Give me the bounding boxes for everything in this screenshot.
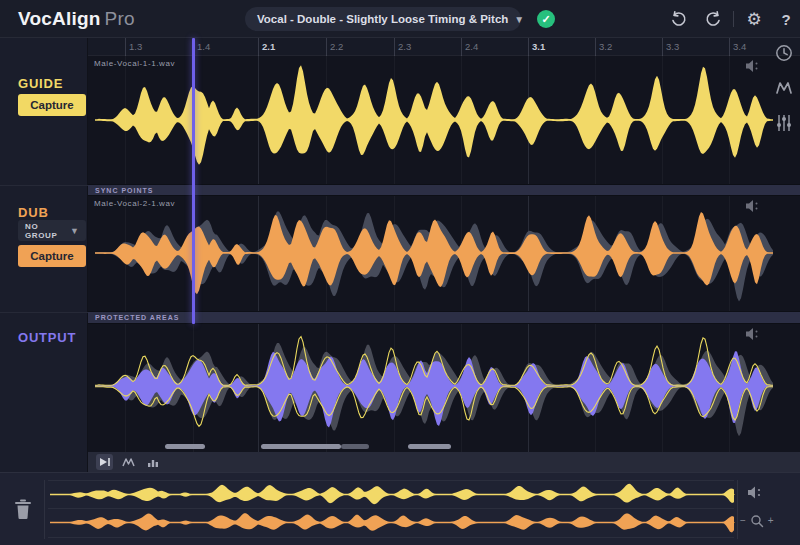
guide-track-title: GUIDE: [18, 76, 63, 91]
playhead-cursor[interactable]: [192, 38, 195, 324]
dub-group-label: NO GROUP: [25, 222, 70, 240]
editor-body: GUIDE Capture DUB NO GROUP ▼ Capture OUT…: [0, 38, 800, 472]
help-button[interactable]: ?: [776, 9, 796, 29]
ruler-tick: [662, 38, 663, 56]
chevron-down-icon: ▼: [70, 226, 79, 236]
ruler-tick-label: 3.1: [532, 41, 545, 52]
ruler-tick: [125, 38, 126, 56]
track-controls-panel: GUIDE Capture DUB NO GROUP ▼ Capture OUT…: [0, 38, 88, 472]
ruler-tick: [461, 38, 462, 56]
ruler-tick-label: 1.4: [197, 41, 210, 52]
ruler-tick: [394, 38, 395, 56]
ruler-tick-label: 3.4: [733, 41, 746, 52]
settings-sliders-icon[interactable]: [773, 112, 795, 134]
brand-name: VocAlign: [18, 8, 101, 29]
guide-file-name: Male-Vocal-1-1.wav: [94, 59, 175, 68]
magnifier-icon: [750, 514, 764, 528]
ruler-tick-label: 2.4: [465, 41, 478, 52]
redo-button[interactable]: [704, 9, 724, 29]
timeline-area: 1.31.42.12.22.32.43.13.23.33.4 Male-Voca…: [88, 38, 800, 472]
output-audition-speaker-icon[interactable]: [746, 328, 764, 342]
energy-display-tool[interactable]: [144, 454, 161, 470]
ruler-tick-label: 2.1: [262, 41, 275, 52]
sync-points-label: SYNC POINTS: [95, 187, 153, 194]
pitch-contour-icon[interactable]: [773, 77, 795, 99]
ruler-tick: [528, 38, 529, 56]
processing-segment[interactable]: [341, 444, 369, 449]
settings-gear-icon[interactable]: ⚙: [744, 9, 764, 29]
chevron-down-icon: ▼: [514, 14, 524, 25]
overview-strip: − +: [0, 472, 800, 545]
header-bar: VocAlignPro Vocal - Double - Slightly Lo…: [0, 0, 800, 38]
header-divider: [733, 11, 734, 27]
ruler-tick-label: 2.3: [398, 41, 411, 52]
undo-icon: [669, 10, 687, 28]
output-track-title: OUTPUT: [18, 330, 76, 345]
vocalign-window: VocAlignPro Vocal - Double - Slightly Lo…: [0, 0, 800, 545]
ruler-tick-label: 3.2: [599, 41, 612, 52]
dub-capture-button[interactable]: Capture: [18, 245, 86, 267]
undo-button[interactable]: [668, 9, 688, 29]
ruler-tick: [326, 38, 327, 56]
playback-cursor-tool[interactable]: [96, 454, 113, 470]
ruler-tick: [258, 38, 259, 56]
ruler-tick: [595, 38, 596, 56]
ruler-tick-label: 3.3: [666, 41, 679, 52]
ruler-tick-label: 1.3: [129, 41, 142, 52]
brand-suffix: Pro: [105, 8, 135, 29]
dub-group-select[interactable]: NO GROUP ▼: [18, 220, 86, 241]
protected-areas-label: PROTECTED AREAS: [95, 314, 179, 321]
panel-separator: [0, 185, 88, 186]
app-logo: VocAlignPro: [18, 8, 135, 30]
ruler-tick: [729, 38, 730, 56]
overview-divider: [737, 480, 738, 539]
panel-separator: [0, 312, 88, 313]
zoom-out-icon[interactable]: −: [740, 516, 746, 526]
ruler-tick-label: 2.2: [330, 41, 343, 52]
time-history-clock-icon[interactable]: [773, 42, 795, 64]
overview-zoom-control[interactable]: − +: [740, 514, 774, 528]
sync-point-tool[interactable]: [120, 454, 137, 470]
preset-dropdown[interactable]: Vocal - Double - Slightly Loose Timing &…: [245, 7, 521, 31]
zoom-in-icon[interactable]: +: [768, 516, 774, 526]
processing-segments: [88, 444, 800, 450]
output-waveform[interactable]: [88, 324, 800, 452]
edit-toolbar: [88, 452, 800, 472]
dub-file-name: Male-Vocal-2-1.wav: [94, 199, 175, 208]
processing-segment[interactable]: [165, 444, 205, 449]
overview-mute-speaker-icon[interactable]: [748, 486, 765, 499]
side-tool-rail: [770, 42, 798, 147]
preset-label: Vocal - Double - Slightly Loose Timing &…: [257, 13, 508, 25]
processing-segment[interactable]: [408, 444, 451, 449]
trash-icon[interactable]: [10, 495, 36, 523]
redo-icon: [705, 10, 723, 28]
output-track-lane[interactable]: [88, 324, 800, 452]
dub-audition-speaker-icon[interactable]: [746, 200, 764, 214]
overview-waveforms[interactable]: [45, 473, 737, 545]
processing-segment[interactable]: [261, 444, 341, 449]
analysis-status-check-icon: ✓: [537, 10, 555, 28]
guide-audition-speaker-icon[interactable]: [746, 60, 764, 74]
dub-track-title: DUB: [18, 205, 49, 220]
guide-capture-button[interactable]: Capture: [18, 94, 86, 116]
